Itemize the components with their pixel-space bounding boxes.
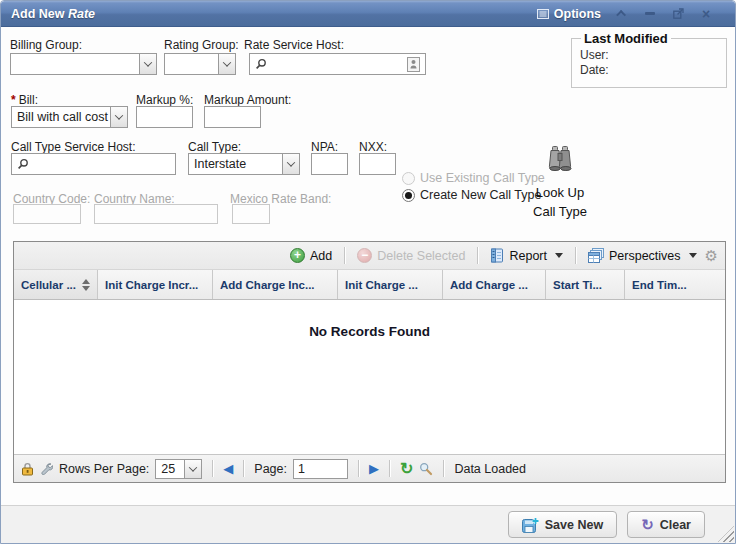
call-type-value: Interstate (189, 154, 282, 174)
page-label: Page: (254, 462, 287, 476)
required-asterisk: * (11, 93, 16, 107)
bill-dropdown-button[interactable] (110, 107, 127, 127)
perspectives-icon (588, 248, 604, 263)
grid-settings-button[interactable]: ⚙ (705, 248, 718, 263)
column-header-init-charge[interactable]: Init Charge ... (338, 270, 443, 299)
pager-separator (243, 460, 244, 477)
minimize-button[interactable] (643, 7, 657, 21)
clear-label: Clear (660, 518, 691, 532)
nxx-label: NXX: (359, 140, 387, 154)
save-new-button[interactable]: Save New (508, 511, 617, 538)
perspectives-button[interactable]: Perspectives (585, 246, 700, 265)
close-icon: × (702, 7, 710, 21)
host-picker-icon[interactable] (407, 57, 420, 72)
column-header-cellular[interactable]: Cellular ... (14, 270, 98, 299)
radio-selected-icon (402, 189, 415, 202)
billing-group-select[interactable] (10, 53, 157, 75)
look-up-call-type-button[interactable]: Look Up Call Type (520, 146, 600, 221)
close-button[interactable]: × (699, 7, 713, 21)
billing-group-dropdown-button[interactable] (139, 54, 156, 74)
look-up-label: Look Up Call Type (520, 183, 600, 221)
titlebar: Add New Rate Options × (1, 1, 735, 27)
rates-grid: + Add − Delete Selected (13, 241, 726, 483)
grid-toolbar: + Add − Delete Selected (14, 242, 725, 270)
column-header-init-charge-incr[interactable]: Init Charge Incr... (98, 270, 213, 299)
clear-button[interactable]: ↻ Clear (627, 511, 705, 538)
refresh-icon: ↻ (400, 460, 413, 477)
report-icon (490, 248, 504, 263)
markup-percent-input[interactable] (136, 106, 193, 128)
page-number-input[interactable] (293, 459, 348, 479)
chevron-down-icon (287, 158, 295, 166)
popout-button[interactable] (671, 7, 685, 21)
grid-pager: Rows Per Page: 25 ◀ Page: ▶ ↻ Data Loade… (14, 454, 725, 482)
markup-amount-label: Markup Amount: (204, 93, 291, 107)
collapse-button[interactable] (615, 7, 629, 21)
delete-selected-button: − Delete Selected (354, 246, 468, 265)
delete-icon: − (357, 248, 372, 263)
dialog-footer: Save New ↻ Clear (1, 505, 735, 543)
save-new-label: Save New (545, 518, 603, 532)
radio-icon (402, 172, 415, 185)
rows-per-page-dropdown-button[interactable] (184, 460, 201, 478)
report-button[interactable]: Report (487, 246, 566, 265)
rating-group-select[interactable] (164, 53, 236, 75)
next-page-button[interactable]: ▶ (369, 462, 379, 475)
options-button[interactable]: Options (537, 7, 601, 21)
lock-icon[interactable] (21, 462, 34, 476)
column-header-add-charge-inc[interactable]: Add Charge Inc... (213, 270, 338, 299)
save-icon (522, 517, 539, 533)
perspectives-label: Perspectives (609, 249, 681, 263)
column-header-end-time[interactable]: End Tim... (625, 270, 725, 299)
minimize-icon (645, 12, 655, 15)
pager-status: Data Loaded (454, 462, 526, 476)
titlebar-controls: Options × (537, 7, 735, 21)
add-button[interactable]: + Add (287, 246, 335, 265)
bill-value: Bill with call cost (12, 107, 110, 127)
options-icon (537, 8, 549, 20)
last-modified-date: Date: (580, 63, 718, 77)
billing-group-value (11, 54, 139, 74)
bill-select[interactable]: Bill with call cost (11, 106, 128, 128)
add-icon: + (290, 248, 305, 263)
nxx-input[interactable] (359, 153, 396, 175)
refresh-button[interactable]: ↻ (400, 461, 413, 477)
call-type-service-host-field (11, 153, 176, 175)
call-type-dropdown-button[interactable] (282, 154, 299, 174)
previous-page-button[interactable]: ◀ (223, 462, 233, 475)
pager-separator (443, 460, 444, 477)
chevron-down-icon (223, 58, 231, 66)
country-name-input (94, 204, 218, 224)
column-header-start-time[interactable]: Start Ti... (546, 270, 625, 299)
npa-input[interactable] (311, 153, 348, 175)
search-icon (255, 58, 267, 70)
chevron-down-icon (189, 463, 197, 471)
grid-search-button[interactable] (419, 462, 433, 476)
wrench-icon[interactable] (40, 462, 53, 475)
pager-separator (358, 460, 359, 477)
rows-per-page-select[interactable]: 25 (155, 459, 202, 479)
gear-icon: ⚙ (705, 247, 718, 264)
rating-group-dropdown-button[interactable] (218, 54, 235, 74)
markup-amount-input[interactable] (204, 106, 261, 128)
report-label: Report (509, 249, 547, 263)
call-type-select[interactable]: Interstate (188, 153, 300, 175)
toolbar-separator (575, 247, 576, 264)
last-modified-user: User: (580, 48, 718, 62)
rating-group-label: Rating Group: (164, 38, 239, 52)
toolbar-separator (344, 247, 345, 264)
call-type-service-host-input[interactable] (33, 157, 170, 171)
popout-icon (673, 8, 684, 19)
sort-icon (77, 279, 90, 291)
rate-service-host-input[interactable] (271, 57, 403, 71)
rate-service-host-label: Rate Service Host: (244, 38, 344, 52)
grid-body: No Records Found (14, 300, 725, 454)
chevron-up-icon (616, 10, 626, 20)
binoculars-icon (545, 146, 575, 174)
last-modified-title: Last Modified (581, 31, 671, 46)
call-type-label: Call Type: (188, 140, 241, 154)
column-header-add-charge[interactable]: Add Charge ... (443, 270, 546, 299)
options-label: Options (554, 7, 601, 21)
rows-per-page-label: Rows Per Page: (59, 462, 149, 476)
empty-records-message: No Records Found (309, 324, 430, 339)
